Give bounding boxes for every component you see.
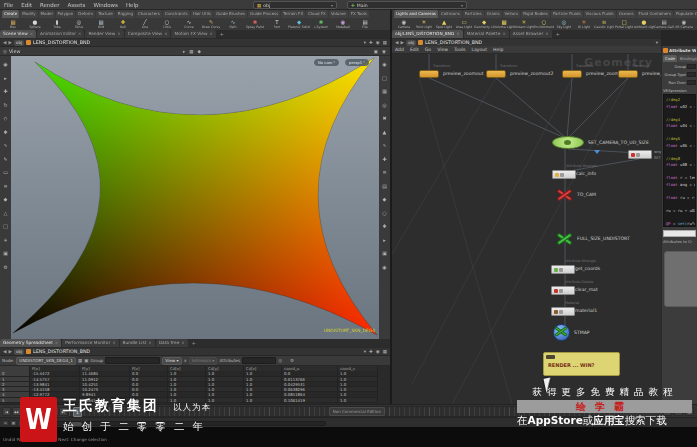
shelf-tool-ambient-light[interactable]: ●Ambient Light <box>634 18 654 30</box>
pin-icon[interactable]: ▣ <box>84 358 88 363</box>
network-editor-canvas[interactable]: Geometry Transform <box>392 54 661 404</box>
shelf-tool-curve[interactable]: ∿Curve <box>178 18 200 30</box>
tab-geometry-spreadsheet[interactable]: Geometry Spreadsheet× <box>0 339 61 347</box>
close-tab-icon[interactable]: × <box>55 339 58 347</box>
viewport-canvas[interactable]: No cam ▾ persp1 ▾ UNDISTORT_SKN_DEG4 <box>11 56 379 339</box>
mirror-tool-icon[interactable]: □ <box>3 223 8 229</box>
node-clear-mat[interactable]: Attribute Deleteclear_mat <box>551 286 575 295</box>
shelf-tab-characters[interactable]: Characters <box>136 10 162 18</box>
shelf-tab-populate-containers[interactable]: Populate Containers <box>674 10 697 18</box>
layout-view-icon[interactable]: ≡ <box>382 169 386 175</box>
sticky-note-header[interactable] <box>546 355 555 359</box>
select-edges-mode-icon[interactable]: ▦ <box>189 49 193 54</box>
shelf-tab-hair-utils[interactable]: Hair Utils <box>191 10 213 18</box>
select-points-mode-icon[interactable]: ▸ <box>183 49 185 54</box>
move-tool-icon[interactable]: ✚ <box>3 88 7 94</box>
shelf-tool-l-system[interactable]: ✱L-System <box>310 18 332 30</box>
shelf-tool-distant-light[interactable]: ☀Distant Light <box>514 18 534 30</box>
shelf-tool-draw-curve[interactable]: ✎Draw Curve <box>200 18 222 30</box>
node-preview-zoomout[interactable]: Transformpreview_zoomout <box>419 70 439 78</box>
shelf-tab-guide-brushes[interactable]: Guide Brushes <box>214 10 247 18</box>
shelf-tool-box[interactable]: ▦Box <box>2 18 24 30</box>
shelf-tool-gi-light[interactable]: ☀GI Light <box>574 18 594 30</box>
snap-tool-icon[interactable]: ◆ <box>4 196 8 202</box>
shelf-tool-sphere[interactable]: ●Sphere <box>24 18 46 30</box>
gear-icon[interactable]: ⚙ <box>290 358 294 363</box>
back-icon[interactable]: ◀ <box>395 40 398 45</box>
transform-node-body[interactable] <box>486 70 506 78</box>
node-material1[interactable]: Materialmaterial1 <box>551 307 575 316</box>
play-view-icon[interactable]: ▸ <box>383 237 386 243</box>
add-view-icon[interactable]: ✚ <box>382 156 386 162</box>
tab-data-tree[interactable]: Data Tree× <box>156 339 188 347</box>
shelf-tab-deform[interactable]: Deform <box>76 10 95 18</box>
box-node-body[interactable] <box>551 265 575 274</box>
options-tool-icon[interactable]: ⚙ <box>3 264 7 270</box>
wire-mode-icon[interactable]: □ <box>382 75 387 81</box>
netmenu-go[interactable]: Go <box>422 46 434 54</box>
transport-3-button[interactable]: ■ <box>31 407 40 416</box>
shelf-tab-rigging[interactable]: Rigging <box>116 10 135 18</box>
box-node-body[interactable] <box>628 150 652 159</box>
shelf-tab-particle-fluids[interactable]: Particle Fluids <box>551 10 583 18</box>
vex-code-editor[interactable]: //deg2float u02 = ch( //deg4float u04 = … <box>663 94 696 227</box>
attributes-to-create-input[interactable] <box>663 230 696 237</box>
tab-scene-view[interactable]: Scene View× <box>0 30 36 38</box>
path-node-name[interactable]: LENS_DISTORTION_BND <box>33 40 90 45</box>
circle-view-icon[interactable]: ○ <box>382 210 386 216</box>
tab-performance-monitor[interactable]: Performance Monitor× <box>62 339 118 347</box>
transport-2-button[interactable]: ◀ <box>21 407 30 416</box>
forward-icon[interactable]: ▶ <box>400 40 403 45</box>
playbar-opt-2-button[interactable]: ▦ <box>685 407 694 416</box>
shelf-tool-font[interactable]: TFont <box>266 18 288 30</box>
back-icon[interactable]: ◀ <box>3 349 6 354</box>
shelf-tab-oceans[interactable]: Oceans <box>617 10 636 18</box>
snap-view-icon[interactable]: ◆ <box>383 196 387 202</box>
rotate-tool-icon[interactable]: ↻ <box>3 102 7 108</box>
close-tab-icon[interactable]: × <box>456 30 459 38</box>
close-tab-icon[interactable]: × <box>112 339 115 347</box>
node-preview-zoomout2[interactable]: Transformpreview_zoomout2 <box>486 70 506 78</box>
playbar-opt-0-button[interactable]: ⚙ <box>663 407 672 416</box>
shelf-tab-volume[interactable]: Volume <box>329 10 348 18</box>
close-tab-icon[interactable]: × <box>78 30 81 38</box>
transport-0-button[interactable]: |◀ <box>2 407 11 416</box>
close-tab-icon[interactable]: × <box>30 30 33 38</box>
close-tab-icon[interactable]: × <box>164 30 167 38</box>
lower-opt-2-button[interactable]: ◆ <box>18 420 25 426</box>
take-selector[interactable]: ✚ Main ▾ <box>347 1 467 9</box>
node-set-camera-to-ud-size[interactable]: SET_CAMERA_TO_UD_SIZE <box>552 136 584 149</box>
shelf-tab-rigid-bodies[interactable]: Rigid Bodies <box>521 10 550 18</box>
grid-toggle-icon[interactable]: ▦ <box>382 88 387 94</box>
node-to-cam[interactable]: TO_CAM <box>556 188 573 202</box>
shelf-tool-metaball[interactable]: ◉Metaball <box>332 18 354 30</box>
netmenu-add[interactable]: Add <box>392 46 407 54</box>
shelf-tool-geometry-light[interactable]: ◆Geometry Light <box>474 18 494 30</box>
shelf-tab-guide-process[interactable]: Guide Process <box>248 10 280 18</box>
seam-tool-icon[interactable]: ≡ <box>3 183 7 189</box>
netmenu-help[interactable]: Help <box>490 46 506 54</box>
light-tool-icon[interactable]: ☀ <box>3 237 7 243</box>
shelf-tool-null[interactable]: ✚Null <box>112 18 134 30</box>
shelf-tool-camera-gallery[interactable]: ▤Camera Gallery <box>654 18 674 30</box>
new-tab-button[interactable]: + <box>189 339 199 347</box>
forward-icon[interactable]: ▶ <box>8 40 11 45</box>
light-toggle-icon[interactable]: ◎ <box>382 102 386 108</box>
shelf-tab-lights-and-cameras[interactable]: Lights and Cameras <box>394 10 438 18</box>
intrinsics-dropdown[interactable]: Intrinsics ▾ <box>189 357 217 365</box>
node-calc-info[interactable]: Attribute Wranglecalc_info <box>552 170 576 179</box>
lower-opt-0-button[interactable]: ≡ <box>2 420 9 426</box>
select-prims-mode-icon[interactable]: ◆ <box>198 49 201 54</box>
shelf-tool-torus[interactable]: ◎Torus <box>68 18 90 30</box>
sync-path-icon[interactable]: ◉ <box>376 349 380 354</box>
shelf-tab-vellum[interactable]: Vellum <box>503 10 521 18</box>
node-stmap[interactable]: STMAP <box>553 324 570 341</box>
table-row[interactable]: 5-12.51139.59410.01.01.01.00.10614191.0 <box>0 398 390 403</box>
normals-toggle-icon[interactable]: ✖ <box>382 115 386 121</box>
table-mode-icon[interactable]: ▦ <box>78 358 82 363</box>
path-context-chip[interactable]: obj <box>14 40 24 46</box>
shelf-tool-vr-camera[interactable]: ◉VR Camera <box>674 18 694 30</box>
shelf-tab-model[interactable]: Model <box>39 10 55 18</box>
shelf-tab-create[interactable]: Create <box>2 10 19 18</box>
lower-opt-1-button[interactable]: ▦ <box>10 420 17 426</box>
